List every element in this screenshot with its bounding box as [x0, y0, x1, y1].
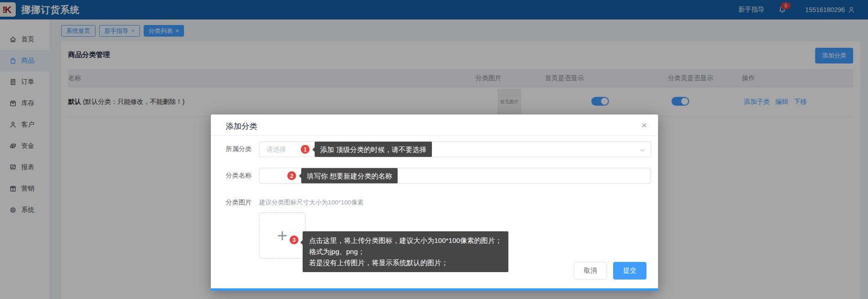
step-badge-3: 3 [290, 235, 298, 244]
category-name-label: 分类名称 [226, 172, 253, 180]
category-image-hint: 建议分类图标尺寸大小为100*100像素 [259, 198, 364, 207]
category-name-tooltip: 填写你 想要新建分类的名称 [301, 168, 398, 184]
parent-category-label: 所属分类 [226, 145, 253, 153]
step-badge-2: 2 [287, 172, 296, 180]
modal-bottom-strip [211, 288, 658, 291]
modal-close-icon[interactable]: × [641, 121, 647, 130]
category-image-label: 分类图片 [226, 198, 253, 207]
cancel-button[interactable]: 取消 [574, 262, 607, 280]
step-badge-1: 1 [301, 145, 310, 154]
parent-category-tooltip: 添加 顶级分类的时候，请不要选择 [315, 142, 432, 157]
select-placeholder: 请选择 [266, 146, 286, 154]
chevron-down-icon [640, 147, 645, 154]
add-category-modal: 添加分类 × 所属分类 请选择 1 添加 顶级分类的时候，请不要选择 分类名称 [211, 115, 658, 291]
submit-button[interactable]: 提交 [613, 262, 646, 280]
plus-icon: + [277, 227, 287, 244]
category-name-input[interactable]: 2 填写你 想要新建分类的名称 [259, 168, 651, 184]
parent-category-select[interactable]: 请选择 1 添加 顶级分类的时候，请不要选择 [259, 141, 651, 157]
modal-title: 添加分类 [226, 122, 257, 131]
image-upload-tooltip: 点击这里，将上传分类图标，建议大小为100*100像素的图片； 格式为jpg、p… [303, 231, 508, 272]
